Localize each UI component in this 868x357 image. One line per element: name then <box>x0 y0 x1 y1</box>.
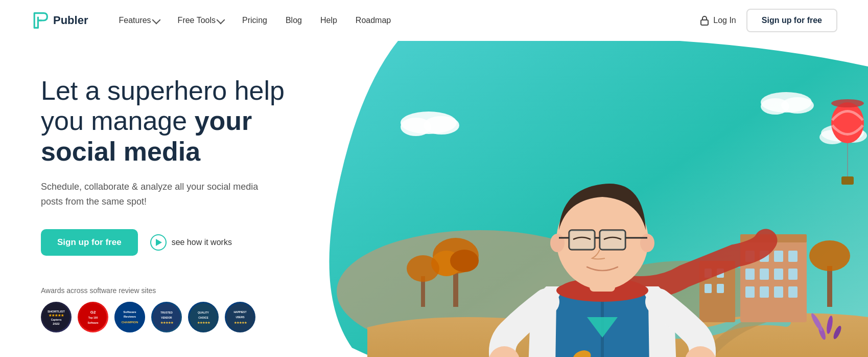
svg-rect-83 <box>569 230 595 250</box>
nav-links: Features Free Tools Pricing Blog Help Ro… <box>119 16 700 25</box>
svg-point-58 <box>424 116 459 135</box>
svg-rect-35 <box>760 269 769 280</box>
nav-blog[interactable]: Blog <box>286 16 302 25</box>
svg-text:HAPPIEST: HAPPIEST <box>233 310 246 314</box>
svg-text:CHAMPION: CHAMPION <box>122 321 138 324</box>
svg-point-55 <box>809 240 850 271</box>
svg-point-61 <box>781 97 814 114</box>
hero-left: Let a superhero help you manage your soc… <box>0 41 332 357</box>
navbar: Publer Features Free Tools Pricing Blog … <box>0 0 868 41</box>
g2-badge: G2 Top 100 Software <box>78 302 108 332</box>
nav-actions: Log In Sign up for free <box>700 9 837 32</box>
awards-section: Awards across software review sites SHOR… <box>41 286 301 332</box>
hero-illustration <box>332 41 868 357</box>
svg-text:SHORTLIST: SHORTLIST <box>48 310 65 313</box>
svg-rect-46 <box>705 284 712 293</box>
svg-point-51 <box>450 250 479 272</box>
quality-choice-badge: QUALITY CHOICE ★★★★★ <box>188 302 219 332</box>
happiest-users-badge: HAPPIEST USERS ★★★★★ <box>225 302 255 332</box>
lock-icon <box>700 15 709 26</box>
nav-help[interactable]: Help <box>320 16 337 25</box>
svg-text:★★★★★: ★★★★★ <box>49 314 64 317</box>
svg-rect-47 <box>717 284 724 293</box>
login-button[interactable]: Log In <box>700 15 736 26</box>
software-reviews-badge: Software Reviews CHAMPION <box>114 302 145 332</box>
nav-roadmap[interactable]: Roadmap <box>356 16 391 25</box>
svg-point-81 <box>640 234 654 252</box>
cta-watch-button[interactable]: see how it works <box>150 234 232 251</box>
svg-rect-66 <box>841 176 854 185</box>
svg-text:Software: Software <box>123 310 136 314</box>
svg-text:QUALITY: QUALITY <box>198 311 209 314</box>
svg-rect-38 <box>745 286 755 298</box>
svg-text:TRUSTED: TRUSTED <box>160 311 173 314</box>
trusted-vendor-badge: TRUSTED VENDOR ★★★★★ <box>151 302 182 332</box>
svg-text:CHOICE: CHOICE <box>198 316 208 319</box>
svg-rect-36 <box>774 269 783 280</box>
play-icon <box>150 234 167 251</box>
logo-icon <box>31 11 49 30</box>
svg-text:USERS: USERS <box>236 316 245 319</box>
nav-free-tools[interactable]: Free Tools <box>178 16 224 25</box>
logo-link[interactable]: Publer <box>31 11 88 30</box>
svg-point-68 <box>831 99 864 107</box>
svg-text:★★★★★: ★★★★★ <box>234 321 247 324</box>
chevron-down-icon <box>217 15 225 24</box>
svg-rect-39 <box>760 286 769 298</box>
hero-cta: Sign up for free see how it works <box>41 229 301 256</box>
svg-text:G2: G2 <box>90 310 96 315</box>
nav-pricing[interactable]: Pricing <box>242 16 267 25</box>
svg-rect-34 <box>745 269 755 280</box>
hero-subtext: Schedule, collaborate & analyze all your… <box>41 180 266 209</box>
awards-label: Awards across software review sites <box>41 286 301 295</box>
svg-text:Software: Software <box>87 321 98 324</box>
svg-text:Capterra: Capterra <box>51 318 62 321</box>
chevron-down-icon <box>152 15 160 24</box>
svg-rect-41 <box>788 286 797 298</box>
svg-rect-32 <box>774 251 783 262</box>
svg-rect-85 <box>600 230 625 250</box>
svg-point-67 <box>831 102 864 143</box>
hero-section: Let a superhero help you manage your soc… <box>0 41 868 357</box>
logo-text: Publer <box>53 14 88 27</box>
svg-text:Reviews: Reviews <box>124 315 136 318</box>
capterra-badge: SHORTLIST ★★★★★ Capterra 2022 <box>41 302 72 332</box>
svg-text:Top 100: Top 100 <box>88 316 98 319</box>
scene-svg <box>326 41 868 357</box>
nav-features[interactable]: Features <box>119 16 159 25</box>
svg-rect-40 <box>774 286 783 298</box>
svg-rect-37 <box>788 269 797 280</box>
svg-rect-0 <box>701 20 708 25</box>
svg-rect-33 <box>788 251 797 262</box>
svg-text:★★★★★: ★★★★★ <box>160 321 174 324</box>
svg-point-1 <box>42 303 70 331</box>
hero-heading: Let a superhero help you manage your soc… <box>41 76 301 167</box>
awards-badges: SHORTLIST ★★★★★ Capterra 2022 G2 Top 100… <box>41 302 301 332</box>
svg-text:VENDOR: VENDOR <box>161 316 172 319</box>
cta-signup-button[interactable]: Sign up for free <box>41 229 138 256</box>
svg-point-80 <box>550 234 565 252</box>
svg-rect-54 <box>827 266 832 307</box>
svg-point-53 <box>407 255 439 282</box>
play-triangle <box>156 239 162 246</box>
svg-text:2022: 2022 <box>53 322 60 325</box>
svg-text:★★★★★: ★★★★★ <box>197 321 210 324</box>
signup-button[interactable]: Sign up for free <box>746 9 837 32</box>
